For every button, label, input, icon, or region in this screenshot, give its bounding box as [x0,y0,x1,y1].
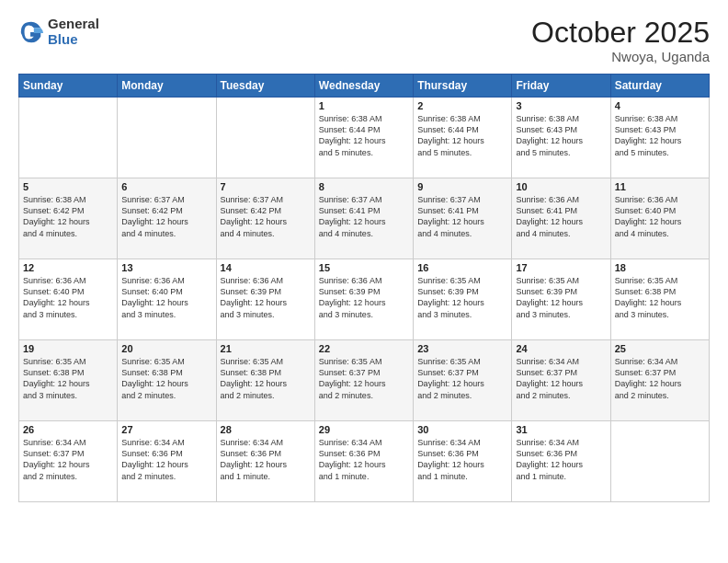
table-row: 25Sunrise: 6:34 AM Sunset: 6:37 PM Dayli… [610,340,709,421]
title-block: October 2025 Nwoya, Uganda [531,17,710,64]
col-tuesday: Tuesday [216,75,314,98]
day-number: 23 [417,343,507,354]
calendar-week-row: 5Sunrise: 6:38 AM Sunset: 6:42 PM Daylig… [19,178,710,259]
table-row: 2Sunrise: 6:38 AM Sunset: 6:44 PM Daylig… [414,98,512,178]
table-row: 10Sunrise: 6:36 AM Sunset: 6:41 PM Dayli… [512,178,610,259]
table-row: 29Sunrise: 6:34 AM Sunset: 6:36 PM Dayli… [314,421,413,502]
table-row: 30Sunrise: 6:34 AM Sunset: 6:36 PM Dayli… [414,421,512,502]
table-row: 26Sunrise: 6:34 AM Sunset: 6:37 PM Dayli… [19,421,118,502]
day-number: 28 [221,424,311,435]
table-row: 18Sunrise: 6:35 AM Sunset: 6:38 PM Dayli… [610,259,709,340]
day-number: 29 [319,424,409,435]
table-row: 20Sunrise: 6:35 AM Sunset: 6:38 PM Dayli… [118,340,216,421]
day-info: Sunrise: 6:38 AM Sunset: 6:42 PM Dayligh… [23,194,113,239]
calendar-week-row: 1Sunrise: 6:38 AM Sunset: 6:44 PM Daylig… [19,98,710,178]
day-info: Sunrise: 6:35 AM Sunset: 6:39 PM Dayligh… [516,275,606,320]
day-number: 11 [615,181,705,192]
day-info: Sunrise: 6:37 AM Sunset: 6:41 PM Dayligh… [417,194,507,239]
table-row: 19Sunrise: 6:35 AM Sunset: 6:38 PM Dayli… [19,340,118,421]
table-row: 27Sunrise: 6:34 AM Sunset: 6:36 PM Dayli… [118,421,216,502]
month-title: October 2025 [531,17,710,49]
table-row [610,421,709,502]
calendar-table: Sunday Monday Tuesday Wednesday Thursday… [18,74,710,502]
day-info: Sunrise: 6:35 AM Sunset: 6:38 PM Dayligh… [121,356,211,401]
day-number: 1 [319,100,409,111]
table-row: 8Sunrise: 6:37 AM Sunset: 6:41 PM Daylig… [314,178,413,259]
table-row: 3Sunrise: 6:38 AM Sunset: 6:43 PM Daylig… [512,98,610,178]
day-number: 31 [516,424,606,435]
day-info: Sunrise: 6:35 AM Sunset: 6:37 PM Dayligh… [417,356,507,401]
calendar-week-row: 19Sunrise: 6:35 AM Sunset: 6:38 PM Dayli… [19,340,710,421]
calendar-week-row: 26Sunrise: 6:34 AM Sunset: 6:37 PM Dayli… [19,421,710,502]
col-wednesday: Wednesday [314,75,413,98]
col-saturday: Saturday [610,75,709,98]
day-number: 25 [615,343,705,354]
day-number: 16 [417,262,507,273]
day-number: 27 [121,424,211,435]
table-row: 5Sunrise: 6:38 AM Sunset: 6:42 PM Daylig… [19,178,118,259]
day-info: Sunrise: 6:36 AM Sunset: 6:40 PM Dayligh… [615,194,705,239]
day-info: Sunrise: 6:34 AM Sunset: 6:36 PM Dayligh… [121,437,211,482]
day-info: Sunrise: 6:34 AM Sunset: 6:37 PM Dayligh… [615,356,705,401]
day-info: Sunrise: 6:34 AM Sunset: 6:36 PM Dayligh… [516,437,606,482]
day-number: 14 [221,262,311,273]
day-number: 10 [516,181,606,192]
table-row: 23Sunrise: 6:35 AM Sunset: 6:37 PM Dayli… [414,340,512,421]
day-number: 19 [23,343,113,354]
table-row: 24Sunrise: 6:34 AM Sunset: 6:37 PM Dayli… [512,340,610,421]
table-row: 13Sunrise: 6:36 AM Sunset: 6:40 PM Dayli… [118,259,216,340]
col-monday: Monday [118,75,216,98]
logo-blue: Blue [48,32,99,48]
day-info: Sunrise: 6:34 AM Sunset: 6:37 PM Dayligh… [23,437,113,482]
table-row: 15Sunrise: 6:36 AM Sunset: 6:39 PM Dayli… [314,259,413,340]
day-number: 24 [516,343,606,354]
day-number: 2 [417,100,507,111]
day-number: 5 [23,181,113,192]
day-info: Sunrise: 6:36 AM Sunset: 6:40 PM Dayligh… [121,275,211,320]
day-number: 22 [319,343,409,354]
day-number: 18 [615,262,705,273]
table-row [19,98,118,178]
day-info: Sunrise: 6:35 AM Sunset: 6:39 PM Dayligh… [417,275,507,320]
table-row: 1Sunrise: 6:38 AM Sunset: 6:44 PM Daylig… [314,98,413,178]
day-number: 3 [516,100,606,111]
day-info: Sunrise: 6:38 AM Sunset: 6:44 PM Dayligh… [417,113,507,158]
logo-icon [18,19,44,45]
day-info: Sunrise: 6:34 AM Sunset: 6:36 PM Dayligh… [417,437,507,482]
location: Nwoya, Uganda [531,49,710,64]
day-number: 20 [121,343,211,354]
table-row: 11Sunrise: 6:36 AM Sunset: 6:40 PM Dayli… [610,178,709,259]
day-info: Sunrise: 6:36 AM Sunset: 6:39 PM Dayligh… [221,275,311,320]
calendar-header-row: Sunday Monday Tuesday Wednesday Thursday… [19,75,710,98]
day-info: Sunrise: 6:38 AM Sunset: 6:44 PM Dayligh… [319,113,409,158]
table-row: 22Sunrise: 6:35 AM Sunset: 6:37 PM Dayli… [314,340,413,421]
day-info: Sunrise: 6:37 AM Sunset: 6:42 PM Dayligh… [221,194,311,239]
day-info: Sunrise: 6:37 AM Sunset: 6:42 PM Dayligh… [121,194,211,239]
day-number: 7 [221,181,311,192]
col-sunday: Sunday [19,75,118,98]
table-row: 14Sunrise: 6:36 AM Sunset: 6:39 PM Dayli… [216,259,314,340]
day-number: 30 [417,424,507,435]
day-info: Sunrise: 6:35 AM Sunset: 6:37 PM Dayligh… [319,356,409,401]
table-row: 12Sunrise: 6:36 AM Sunset: 6:40 PM Dayli… [19,259,118,340]
day-info: Sunrise: 6:36 AM Sunset: 6:40 PM Dayligh… [23,275,113,320]
col-thursday: Thursday [414,75,512,98]
day-info: Sunrise: 6:38 AM Sunset: 6:43 PM Dayligh… [516,113,606,158]
day-number: 26 [23,424,113,435]
table-row [216,98,314,178]
day-number: 4 [615,100,705,111]
calendar-week-row: 12Sunrise: 6:36 AM Sunset: 6:40 PM Dayli… [19,259,710,340]
col-friday: Friday [512,75,610,98]
day-number: 6 [121,181,211,192]
table-row [118,98,216,178]
day-number: 9 [417,181,507,192]
day-info: Sunrise: 6:37 AM Sunset: 6:41 PM Dayligh… [319,194,409,239]
table-row: 6Sunrise: 6:37 AM Sunset: 6:42 PM Daylig… [118,178,216,259]
table-row: 17Sunrise: 6:35 AM Sunset: 6:39 PM Dayli… [512,259,610,340]
table-row: 4Sunrise: 6:38 AM Sunset: 6:43 PM Daylig… [610,98,709,178]
day-info: Sunrise: 6:38 AM Sunset: 6:43 PM Dayligh… [615,113,705,158]
day-info: Sunrise: 6:34 AM Sunset: 6:36 PM Dayligh… [319,437,409,482]
day-number: 12 [23,262,113,273]
table-row: 21Sunrise: 6:35 AM Sunset: 6:38 PM Dayli… [216,340,314,421]
day-number: 8 [319,181,409,192]
